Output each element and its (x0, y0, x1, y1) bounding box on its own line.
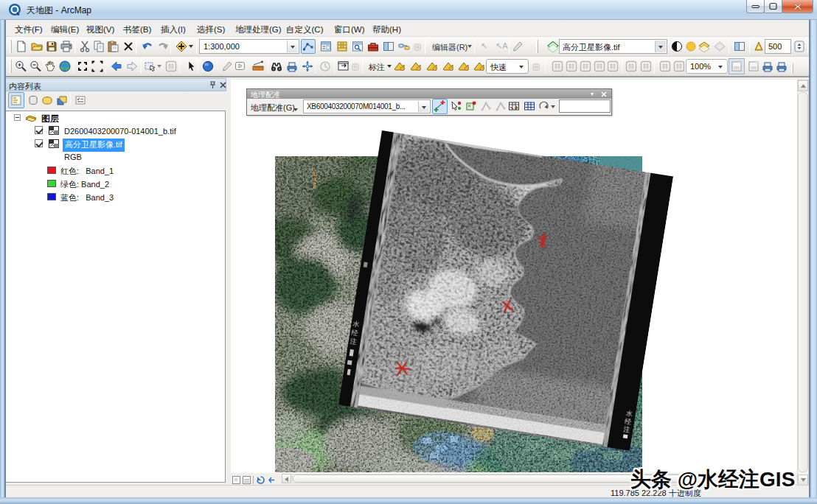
svg-text:水: 水 (352, 320, 360, 328)
svg-text:水: 水 (625, 410, 633, 418)
svg-text:注: 注 (350, 337, 357, 346)
svg-text:经: 经 (625, 417, 632, 425)
svg-text:经: 经 (351, 329, 358, 337)
svg-text:注: 注 (623, 425, 630, 433)
